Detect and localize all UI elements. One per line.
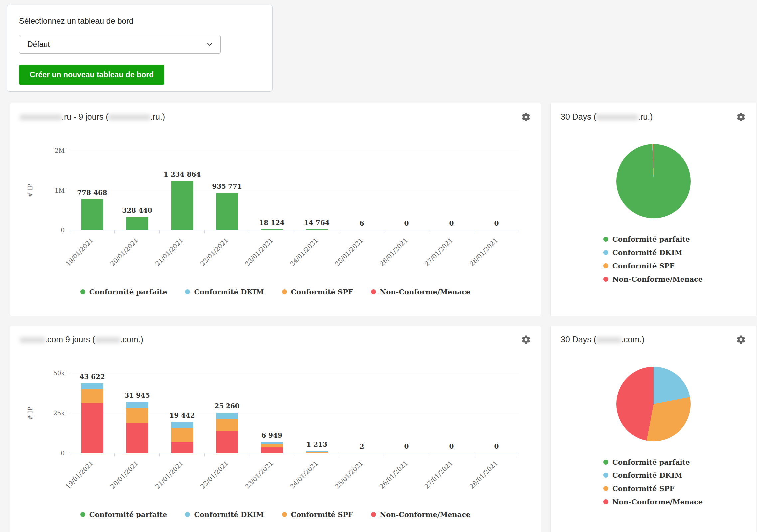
bar[interactable] <box>306 451 328 453</box>
y-axis-title: # IP <box>27 407 34 420</box>
legend-item[interactable]: Conformité DKIM <box>185 288 264 296</box>
bar-segment[interactable] <box>216 431 238 453</box>
gear-icon[interactable] <box>736 112 746 122</box>
x-axis-tick-label: 19/01/2021 <box>64 459 95 490</box>
bar-segment[interactable] <box>171 181 193 230</box>
bar-slot: 028/01/2021 <box>474 373 519 453</box>
dashboard-select[interactable]: Défaut <box>19 35 221 54</box>
x-axis-tick-label: 24/01/2021 <box>288 459 319 490</box>
bar[interactable] <box>261 229 283 230</box>
bar[interactable] <box>306 229 328 230</box>
card-header: xxxxxx.com 9 jours (xxxxxx.com.) <box>20 335 531 345</box>
x-axis-tick-label: 22/01/2021 <box>199 459 229 490</box>
x-axis-tick-label: 20/01/2021 <box>109 236 140 267</box>
bar-segment[interactable] <box>171 428 193 442</box>
gear-icon[interactable] <box>521 335 531 345</box>
bar-slot: 43 62219/01/2021 <box>70 373 115 453</box>
title-text: 30 Days ( <box>561 112 596 121</box>
bar[interactable] <box>171 181 193 230</box>
bar[interactable] <box>126 217 148 230</box>
bar-segment[interactable] <box>171 422 193 428</box>
bar-segment[interactable] <box>306 453 328 453</box>
bar[interactable] <box>81 199 103 230</box>
bar-segment[interactable] <box>81 403 103 453</box>
title-text: .com.) <box>621 335 644 344</box>
legend-item[interactable]: Conformité SPF <box>603 262 746 270</box>
pie-chart[interactable] <box>616 144 691 218</box>
legend-item[interactable]: Conformité SPF <box>282 288 353 296</box>
legend-item[interactable]: Conformité DKIM <box>603 471 746 479</box>
bar[interactable] <box>216 193 238 230</box>
card-title: 30 Days (xxxxxxxxxx.ru.) <box>561 112 653 122</box>
dashboard-grid: xxxxxxxxxx.ru - 9 jours (xxxxxxxxxx.ru.)… <box>10 103 757 532</box>
bar-value-label: 1 234 864 <box>164 170 201 178</box>
legend-item[interactable]: Conformité SPF <box>282 510 353 519</box>
bar-value-label: 0 <box>494 219 499 227</box>
plot-area: 01M2M778 46819/01/2021328 44020/01/20211… <box>70 151 519 230</box>
legend-item[interactable]: Conformité DKIM <box>185 510 264 519</box>
bar-segment[interactable] <box>216 419 238 431</box>
legend-dot <box>603 263 608 268</box>
redacted-text: xxxxxx <box>95 335 120 344</box>
x-axis-tick-label: 23/01/2021 <box>243 459 274 490</box>
bar-segment[interactable] <box>81 199 103 230</box>
bar-slot: 026/01/2021 <box>384 151 429 230</box>
bar-chart-card-com: xxxxxx.com 9 jours (xxxxxx.com.) # IP 02… <box>10 326 541 532</box>
redacted-text: xxxxxx <box>596 335 621 344</box>
legend-dot <box>371 512 376 517</box>
legend-item[interactable]: Non-Conforme/Menace <box>371 288 470 296</box>
legend-item[interactable]: Non-Conforme/Menace <box>371 510 470 519</box>
legend-item[interactable]: Non-Conforme/Menace <box>603 275 746 283</box>
legend-dot <box>603 277 608 282</box>
bar[interactable] <box>81 383 103 453</box>
card-header: xxxxxxxxxx.ru - 9 jours (xxxxxxxxxx.ru.) <box>20 112 531 122</box>
bar-segment[interactable] <box>216 413 238 419</box>
bar-segment[interactable] <box>126 402 148 408</box>
bar-segment[interactable] <box>216 193 238 230</box>
legend-item[interactable]: Conformité parfaite <box>603 235 746 243</box>
legend-item[interactable]: Conformité parfaite <box>80 288 167 296</box>
x-axis-tick-label: 21/01/2021 <box>154 459 185 490</box>
bar-slot: 19 44221/01/2021 <box>160 373 205 453</box>
legend-item[interactable]: Conformité SPF <box>603 484 746 493</box>
bar-chart: # IP 01M2M778 46819/01/2021328 44020/01/… <box>20 124 531 280</box>
bar-segment[interactable] <box>81 383 103 389</box>
bar-segment[interactable] <box>306 229 328 230</box>
bar-segment[interactable] <box>81 389 103 403</box>
legend-item[interactable]: Conformité DKIM <box>603 248 746 257</box>
gear-icon[interactable] <box>736 335 746 345</box>
bar[interactable] <box>216 413 238 453</box>
gridline <box>70 373 519 373</box>
bar[interactable] <box>126 402 148 453</box>
gear-icon[interactable] <box>521 112 531 122</box>
bar-value-label: 18 124 <box>259 219 285 227</box>
bar-segment[interactable] <box>126 408 148 423</box>
x-axis-tick-label: 19/01/2021 <box>64 236 95 267</box>
legend-item[interactable]: Non-Conforme/Menace <box>603 498 746 506</box>
create-dashboard-button[interactable]: Créer un nouveau tableau de bord <box>19 65 164 85</box>
bar-segment[interactable] <box>171 442 193 453</box>
redacted-text: xxxxxxxxxx <box>596 112 638 121</box>
legend-item[interactable]: Conformité parfaite <box>603 458 746 466</box>
legend-item[interactable]: Conformité parfaite <box>80 510 167 519</box>
legend-dot <box>603 237 608 242</box>
y-axis-tick-label: 50k <box>53 370 65 377</box>
legend-dot <box>603 250 608 255</box>
legend-dot <box>603 460 608 465</box>
legend-dot <box>185 512 190 517</box>
y-axis-tick-label: 2M <box>55 147 65 154</box>
bar-segment[interactable] <box>126 217 148 230</box>
bar-segment[interactable] <box>261 444 283 447</box>
y-axis-tick-label: 1M <box>55 187 65 194</box>
legend-label: Non-Conforme/Menace <box>612 275 703 283</box>
y-axis-tick-label: 0 <box>61 227 65 234</box>
bar-segment[interactable] <box>261 442 283 445</box>
bar[interactable] <box>171 422 193 453</box>
bar-segment[interactable] <box>261 229 283 230</box>
bar[interactable] <box>261 442 283 453</box>
pie-chart[interactable] <box>616 367 691 441</box>
bar-segment[interactable] <box>261 447 283 453</box>
bar-segment[interactable] <box>126 423 148 453</box>
gridline <box>70 150 519 150</box>
plot-area: 025k50k43 62219/01/202131 94520/01/20211… <box>70 373 519 453</box>
